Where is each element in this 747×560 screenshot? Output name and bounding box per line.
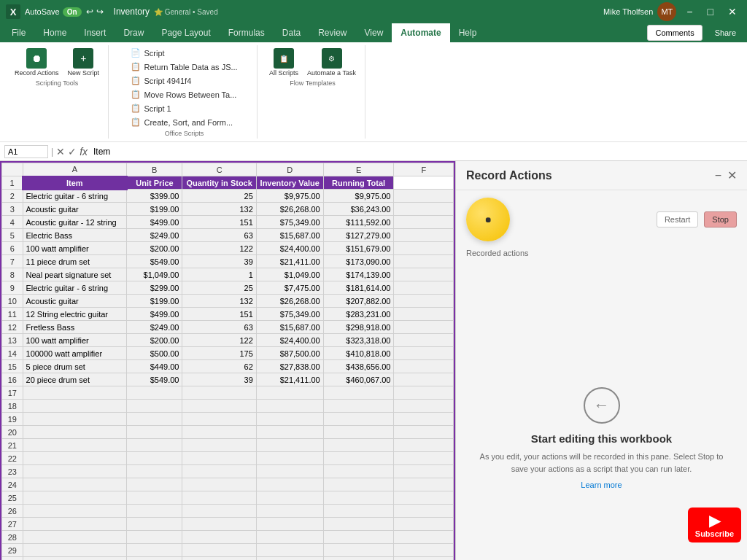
cell-r30c0[interactable] bbox=[23, 557, 127, 561]
cell-r11c2[interactable]: 151 bbox=[182, 308, 256, 321]
confirm-formula-btn[interactable]: ✓ bbox=[68, 146, 77, 158]
cell-r18c5[interactable] bbox=[394, 400, 454, 413]
cell-r6c5[interactable] bbox=[394, 242, 454, 255]
cell-r17c0[interactable] bbox=[23, 386, 127, 400]
cell-r24c0[interactable] bbox=[23, 478, 127, 491]
cell-r8c4[interactable]: $174,139.00 bbox=[323, 268, 394, 281]
cell-r25c1[interactable] bbox=[127, 491, 182, 505]
cell-r5c0[interactable]: Electric Bass bbox=[23, 229, 127, 242]
cell-r13c3[interactable]: $24,400.00 bbox=[256, 334, 323, 347]
cell-d1[interactable]: Inventory Value bbox=[256, 176, 323, 190]
tab-data[interactable]: Data bbox=[274, 23, 309, 42]
cell-r6c4[interactable]: $151,679.00 bbox=[323, 242, 394, 255]
cell-r30c5[interactable] bbox=[394, 557, 454, 561]
cell-reference[interactable] bbox=[4, 145, 48, 158]
cell-r4c5[interactable] bbox=[394, 216, 454, 229]
cell-r2c1[interactable]: $399.00 bbox=[127, 190, 182, 203]
cell-r22c4[interactable] bbox=[323, 452, 394, 465]
cell-r8c3[interactable]: $1,049.00 bbox=[256, 268, 323, 281]
col-header-e[interactable]: E bbox=[323, 163, 394, 176]
cell-r11c1[interactable]: $499.00 bbox=[127, 308, 182, 321]
cell-b1[interactable]: Unit Price bbox=[127, 176, 182, 190]
cell-r5c4[interactable]: $127,279.00 bbox=[323, 229, 394, 242]
tab-draw[interactable]: Draw bbox=[115, 23, 152, 42]
cell-r19c0[interactable] bbox=[23, 413, 127, 426]
cell-r23c5[interactable] bbox=[394, 465, 454, 478]
cancel-formula-btn[interactable]: ✕ bbox=[56, 146, 65, 158]
cell-r25c3[interactable] bbox=[256, 491, 323, 505]
cell-r14c2[interactable]: 175 bbox=[182, 347, 256, 360]
script-create-btn[interactable]: 📋 Create, Sort, and Form... bbox=[126, 116, 241, 128]
tab-insert[interactable]: Insert bbox=[75, 23, 115, 42]
cell-r10c4[interactable]: $207,882.00 bbox=[323, 295, 394, 308]
cell-r26c2[interactable] bbox=[182, 505, 256, 518]
cell-r20c5[interactable] bbox=[394, 426, 454, 439]
cell-r16c3[interactable]: $21,411.00 bbox=[256, 373, 323, 386]
cell-r20c4[interactable] bbox=[323, 426, 394, 439]
cell-r8c2[interactable]: 1 bbox=[182, 268, 256, 281]
cell-r25c4[interactable] bbox=[323, 491, 394, 505]
cell-r29c1[interactable] bbox=[127, 544, 182, 557]
cell-r22c0[interactable] bbox=[23, 452, 127, 465]
cell-r25c2[interactable] bbox=[182, 491, 256, 505]
cell-r26c0[interactable] bbox=[23, 505, 127, 518]
cell-r9c1[interactable]: $299.00 bbox=[127, 281, 182, 295]
cell-r8c0[interactable]: Neal peart signature set bbox=[23, 268, 127, 281]
tab-home[interactable]: Home bbox=[34, 23, 75, 42]
cell-r28c0[interactable] bbox=[23, 531, 127, 544]
cell-r12c3[interactable]: $15,687.00 bbox=[256, 321, 323, 334]
cell-r15c5[interactable] bbox=[394, 360, 454, 373]
cell-r26c4[interactable] bbox=[323, 505, 394, 518]
cell-r7c0[interactable]: 11 piece drum set bbox=[23, 255, 127, 268]
cell-r13c4[interactable]: $323,318.00 bbox=[323, 334, 394, 347]
cell-r28c2[interactable] bbox=[182, 531, 256, 544]
cell-r28c5[interactable] bbox=[394, 531, 454, 544]
panel-close-btn[interactable]: ✕ bbox=[727, 168, 737, 182]
cell-r24c3[interactable] bbox=[256, 478, 323, 491]
cell-r15c1[interactable]: $449.00 bbox=[127, 360, 182, 373]
cell-r19c1[interactable] bbox=[127, 413, 182, 426]
cell-f1[interactable] bbox=[394, 176, 454, 190]
cell-r18c1[interactable] bbox=[127, 400, 182, 413]
cell-r11c4[interactable]: $283,231.00 bbox=[323, 308, 394, 321]
tab-review[interactable]: Review bbox=[309, 23, 355, 42]
formula-input[interactable] bbox=[90, 145, 743, 158]
col-header-b[interactable]: B bbox=[127, 163, 182, 176]
cell-r16c5[interactable] bbox=[394, 373, 454, 386]
cell-r25c0[interactable] bbox=[23, 491, 127, 505]
cell-r29c4[interactable] bbox=[323, 544, 394, 557]
cell-r9c5[interactable] bbox=[394, 281, 454, 295]
cell-r9c3[interactable]: $7,475.00 bbox=[256, 281, 323, 295]
cell-r14c3[interactable]: $87,500.00 bbox=[256, 347, 323, 360]
cell-r12c5[interactable] bbox=[394, 321, 454, 334]
cell-r12c0[interactable]: Fretless Bass bbox=[23, 321, 127, 334]
cell-r17c1[interactable] bbox=[127, 386, 182, 400]
cell-r15c3[interactable]: $27,838.00 bbox=[256, 360, 323, 373]
tab-file[interactable]: File bbox=[3, 23, 34, 42]
undo-btn[interactable]: ↩ bbox=[86, 7, 93, 17]
cell-r2c3[interactable]: $9,975.00 bbox=[256, 190, 323, 203]
cell-r4c1[interactable]: $499.00 bbox=[127, 216, 182, 229]
restart-btn[interactable]: Restart bbox=[657, 211, 698, 228]
cell-r24c5[interactable] bbox=[394, 478, 454, 491]
cell-r4c3[interactable]: $75,349.00 bbox=[256, 216, 323, 229]
cell-r3c4[interactable]: $36,243.00 bbox=[323, 203, 394, 216]
record-actions-btn[interactable]: ⏺ Record Actions bbox=[12, 47, 62, 78]
cell-r2c5[interactable] bbox=[394, 190, 454, 203]
cell-r19c3[interactable] bbox=[256, 413, 323, 426]
learn-more-link[interactable]: Learn more bbox=[581, 481, 622, 489]
script-4941f4-btn[interactable]: 📋 Script 4941f4 bbox=[126, 74, 241, 87]
cell-r25c5[interactable] bbox=[394, 491, 454, 505]
cell-r10c1[interactable]: $199.00 bbox=[127, 295, 182, 308]
cell-r15c4[interactable]: $438,656.00 bbox=[323, 360, 394, 373]
cell-r9c0[interactable]: Electric guitar - 6 string bbox=[23, 281, 127, 295]
cell-r23c3[interactable] bbox=[256, 465, 323, 478]
comments-button[interactable]: Comments bbox=[647, 25, 702, 41]
cell-r12c4[interactable]: $298,918.00 bbox=[323, 321, 394, 334]
cell-r18c2[interactable] bbox=[182, 400, 256, 413]
cell-r20c1[interactable] bbox=[127, 426, 182, 439]
cell-r6c0[interactable]: 100 watt amplifier bbox=[23, 242, 127, 255]
cell-r29c2[interactable] bbox=[182, 544, 256, 557]
cell-r8c1[interactable]: $1,049.00 bbox=[127, 268, 182, 281]
cell-r5c3[interactable]: $15,687.00 bbox=[256, 229, 323, 242]
